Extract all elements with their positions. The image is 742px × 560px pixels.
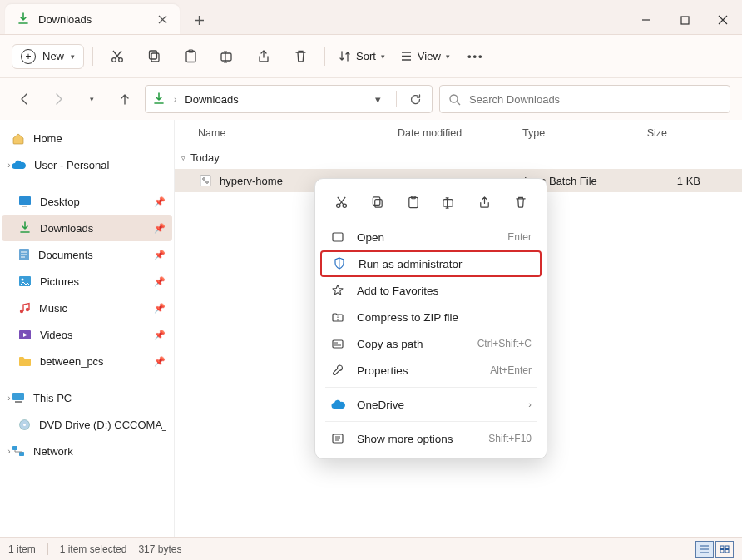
copy-path-icon (330, 336, 345, 351)
copy-button[interactable] (138, 41, 170, 72)
svg-rect-22 (19, 452, 24, 456)
thumbnails-view-button[interactable] (715, 541, 734, 558)
up-button[interactable] (111, 86, 138, 112)
column-headers: Name Date modified Type Size (175, 120, 742, 146)
back-button[interactable] (12, 86, 38, 112)
refresh-button[interactable] (405, 89, 425, 109)
sidebar-item-network[interactable]: › Network (2, 438, 172, 464)
sidebar-item-dvd[interactable]: DVD Drive (D:) CCCOMA_X6 (2, 411, 172, 438)
separator (325, 421, 537, 422)
column-header-size[interactable]: Size (624, 127, 682, 139)
recent-dropdown[interactable]: ▾ (78, 86, 105, 112)
column-header-type[interactable]: Type (522, 127, 624, 139)
download-icon (152, 92, 166, 106)
sidebar-item-between-pcs[interactable]: between_pcs 📌 (2, 348, 172, 374)
sidebar-item-videos[interactable]: Videos 📌 (2, 321, 172, 348)
svg-rect-9 (19, 196, 31, 205)
chevron-right-icon[interactable]: › (3, 447, 15, 456)
svg-rect-29 (373, 197, 379, 205)
context-icon-row (320, 186, 542, 224)
sidebar-item-downloads[interactable]: Downloads 📌 (2, 215, 172, 241)
ctx-compress-zip[interactable]: Compress to ZIP file (320, 304, 542, 330)
ctx-properties[interactable]: Properties Alt+Enter (320, 357, 542, 384)
search-icon (448, 93, 461, 106)
cut-button[interactable] (101, 41, 133, 72)
breadcrumb-downloads[interactable]: Downloads (185, 93, 238, 106)
title-bar: Downloads (0, 0, 742, 35)
ctx-rename-button[interactable] (436, 189, 463, 216)
group-today[interactable]: ▿ Today (175, 146, 742, 169)
ctx-paste-button[interactable] (400, 189, 427, 216)
sidebar-item-thispc[interactable]: › This PC (2, 384, 172, 411)
tab-title: Downloads (38, 13, 148, 26)
svg-point-13 (22, 279, 24, 281)
sidebar-label: Pictures (40, 275, 79, 288)
ctx-add-favorites[interactable]: Add to Favorites (320, 277, 542, 304)
ctx-copy-path[interactable]: Copy as path Ctrl+Shift+C (320, 330, 542, 357)
view-label: View (418, 50, 441, 62)
ctx-onedrive[interactable]: OneDrive › (320, 391, 542, 418)
column-header-name[interactable]: Name (198, 127, 398, 139)
close-tab-icon[interactable] (156, 13, 168, 25)
svg-rect-7 (221, 53, 231, 61)
sidebar-item-user[interactable]: › User - Personal (2, 151, 172, 178)
ctx-copy-button[interactable] (364, 189, 391, 216)
sidebar-item-pictures[interactable]: Pictures 📌 (2, 268, 172, 295)
ctx-delete-button[interactable] (507, 189, 534, 216)
view-button[interactable]: View ▾ (395, 47, 455, 66)
maximize-button[interactable] (665, 6, 704, 34)
sidebar-item-desktop[interactable]: Desktop 📌 (2, 188, 172, 215)
new-tab-button[interactable] (185, 6, 213, 34)
ctx-run-as-admin[interactable]: Run as administrator (320, 250, 542, 277)
address-bar[interactable]: › Downloads ▾ (145, 85, 433, 113)
search-box[interactable] (439, 85, 730, 113)
ctx-cut-button[interactable] (329, 189, 355, 216)
share-button[interactable] (248, 41, 279, 72)
pin-icon: 📌 (154, 196, 166, 207)
chevron-down-icon[interactable]: ▾ (368, 89, 388, 109)
chevron-down-icon: ▾ (446, 52, 450, 61)
open-icon (330, 230, 345, 245)
minimize-button[interactable] (627, 6, 665, 34)
sidebar-item-documents[interactable]: Documents 📌 (2, 241, 172, 268)
details-view-button[interactable] (695, 541, 714, 558)
chevron-right-icon[interactable]: › (3, 394, 15, 403)
ctx-show-more[interactable]: Show more options Shift+F10 (320, 425, 542, 452)
videos-icon (18, 330, 32, 340)
close-window-button[interactable] (704, 6, 742, 34)
new-button[interactable]: + New ▾ (12, 44, 84, 69)
new-label: New (42, 50, 64, 62)
delete-button[interactable] (284, 41, 316, 72)
sidebar-label: User - Personal (34, 159, 109, 171)
paste-button[interactable] (175, 41, 206, 72)
sort-button[interactable]: Sort ▾ (334, 47, 390, 66)
column-header-date[interactable]: Date modified (398, 127, 522, 139)
sidebar-label: Videos (40, 329, 73, 341)
search-input[interactable] (469, 93, 721, 106)
batch-file-icon (198, 173, 213, 188)
chevron-right-icon[interactable]: › (3, 161, 15, 170)
sidebar-label: DVD Drive (D:) CCCOMA_X6 (39, 419, 166, 431)
svg-rect-32 (443, 199, 453, 206)
sidebar-item-home[interactable]: Home (2, 125, 172, 151)
ctx-label: Properties (357, 364, 478, 377)
tab-downloads[interactable]: Downloads (5, 4, 180, 34)
shield-icon (332, 256, 347, 271)
forward-button[interactable] (45, 86, 72, 112)
rename-button[interactable] (211, 41, 243, 72)
chevron-down-icon: ▿ (181, 154, 186, 162)
view-switcher (695, 541, 734, 558)
onedrive-icon (330, 397, 345, 412)
separator (92, 47, 93, 66)
sidebar-label: Desktop (40, 196, 80, 208)
sidebar-item-music[interactable]: Music 📌 (2, 295, 172, 321)
ctx-open[interactable]: Open Enter (320, 224, 542, 250)
more-button[interactable]: ••• (460, 41, 492, 72)
ctx-share-button[interactable] (472, 189, 498, 216)
disc-icon (18, 419, 31, 431)
pin-icon: 📌 (154, 223, 166, 234)
separator (325, 387, 537, 388)
svg-rect-3 (151, 53, 159, 62)
svg-rect-4 (149, 51, 156, 59)
star-icon (330, 283, 345, 298)
